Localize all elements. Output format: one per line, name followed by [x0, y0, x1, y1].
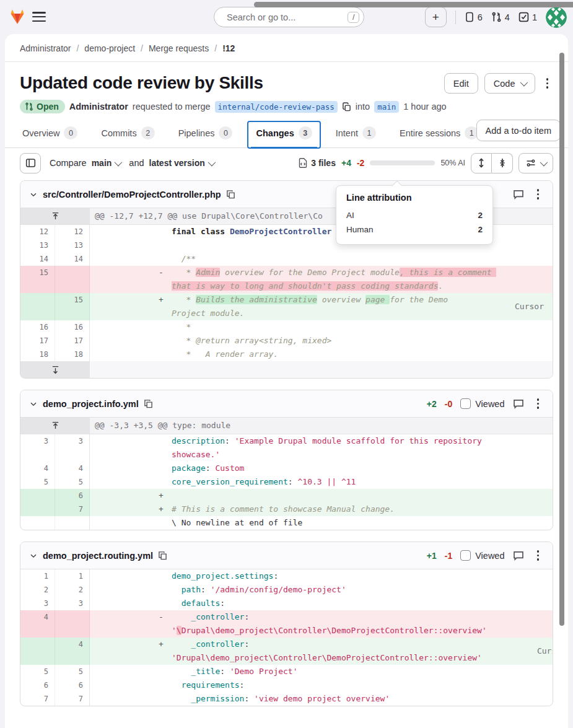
line-number-old[interactable]: 4 [20, 610, 55, 638]
line-number-old[interactable] [20, 489, 55, 502]
line-number-new[interactable]: 7 [55, 502, 90, 516]
breadcrumb-item[interactable]: !12 [222, 43, 235, 53]
line-number-new[interactable] [55, 610, 90, 638]
viewed-toggle[interactable]: Viewed [460, 398, 504, 409]
line-number-new[interactable]: 1 [55, 569, 90, 583]
line-number-old[interactable]: 17 [20, 334, 55, 348]
viewed-checkbox[interactable] [460, 398, 471, 409]
tab-pipelines[interactable]: Pipelines0 [176, 121, 235, 149]
head-version-dropdown[interactable]: latest version [149, 158, 214, 168]
comment-icon [513, 398, 524, 410]
line-number-new[interactable]: 4 [55, 638, 90, 665]
line-number-old[interactable]: 6 [20, 678, 55, 692]
line-number-new[interactable]: 6 [55, 678, 90, 692]
line-number-new[interactable]: 7 [55, 692, 90, 706]
file-comment-button[interactable] [513, 189, 524, 200]
file-options-kebab[interactable] [532, 393, 545, 414]
breadcrumb-item[interactable]: Administrator [20, 43, 71, 53]
line-number-new[interactable]: 16 [55, 320, 90, 334]
line-number-new[interactable]: 12 [55, 225, 90, 239]
file-name[interactable]: demo_project.info.yml [43, 399, 139, 409]
line-number-new[interactable]: 5 [55, 665, 90, 678]
diff-settings-dropdown[interactable] [518, 153, 553, 173]
code-dropdown-button[interactable]: Code [484, 73, 535, 94]
line-number-old[interactable]: 3 [20, 434, 55, 462]
line-number-old[interactable]: 2 [20, 583, 55, 597]
line-number-new[interactable]: 6 [55, 489, 90, 502]
line-number-old[interactable]: 1 [20, 569, 55, 583]
more-actions-kebab[interactable] [541, 73, 554, 94]
file-name[interactable]: src/Controller/DemoProjectController.php [43, 190, 221, 200]
tab-intent[interactable]: Intent1 [333, 121, 378, 149]
expand-all-files-button[interactable] [471, 153, 492, 173]
source-branch-chip[interactable]: internal/code-review-pass [215, 101, 338, 113]
line-number-new[interactable]: 3 [55, 434, 90, 462]
line-number-old[interactable] [20, 502, 55, 516]
add-todo-button[interactable]: Add a to-do item [476, 120, 561, 141]
expand-diff-button[interactable] [20, 361, 90, 378]
line-number-new[interactable]: 15 [55, 293, 90, 320]
viewed-checkbox[interactable] [460, 550, 471, 561]
line-number-old[interactable]: 5 [20, 475, 55, 489]
expand-diff-button[interactable] [20, 418, 90, 434]
line-number-old[interactable]: 15 [20, 266, 55, 293]
line-number-new[interactable]: 4 [55, 462, 90, 475]
expand-diff-button[interactable] [20, 208, 90, 224]
code-segment: _permission [191, 694, 244, 703]
target-branch-chip[interactable]: main [374, 101, 399, 113]
vertical-scrollbar[interactable] [559, 53, 564, 626]
file-name[interactable]: demo_project.routing.yml [43, 551, 153, 561]
tab-commits[interactable]: Commits2 [98, 121, 157, 149]
merge-request-open-icon [25, 102, 33, 111]
line-number-old[interactable]: 3 [20, 597, 55, 610]
line-number-new[interactable]: 13 [55, 239, 90, 252]
line-number-new[interactable]: 2 [55, 583, 90, 597]
gitlab-logo-icon[interactable] [9, 8, 26, 25]
line-number-old[interactable]: 18 [20, 348, 55, 361]
line-number-old[interactable] [20, 293, 55, 320]
tab-entire-sessions[interactable]: Entire sessions1 [397, 121, 481, 149]
line-number-old[interactable]: 13 [20, 239, 55, 252]
line-number-old[interactable]: 5 [20, 665, 55, 678]
file-options-kebab[interactable] [532, 545, 545, 566]
tab-changes[interactable]: Changes3 [247, 121, 320, 149]
base-version-dropdown[interactable]: main [92, 158, 121, 168]
breadcrumb-item[interactable]: demo-project [84, 43, 135, 53]
line-number-old[interactable]: 12 [20, 225, 55, 239]
line-number-new[interactable]: 14 [55, 252, 90, 266]
line-number-new[interactable]: 3 [55, 597, 90, 610]
file-options-kebab[interactable] [532, 184, 545, 204]
copy-branch-icon[interactable] [342, 102, 351, 112]
line-number-old[interactable]: 16 [20, 320, 55, 334]
breadcrumb-item[interactable]: Merge requests [149, 43, 209, 53]
line-number-old[interactable]: 7 [20, 692, 55, 706]
file-comment-button[interactable] [513, 398, 524, 410]
merge-requests-counter[interactable]: 4 [491, 12, 510, 22]
tab-label: Pipelines [178, 128, 215, 138]
line-number-old[interactable]: 4 [20, 462, 55, 475]
issues-counter[interactable]: 6 [465, 12, 483, 22]
user-avatar[interactable] [546, 7, 567, 28]
collapse-all-files-button[interactable] [492, 153, 513, 173]
author-name[interactable]: Administrator [69, 102, 128, 112]
horizontal-scrollbar[interactable] [254, 2, 573, 7]
line-number-new[interactable]: 18 [55, 348, 90, 361]
line-number-new[interactable] [55, 266, 90, 293]
line-number-old[interactable] [20, 638, 55, 665]
edit-button[interactable]: Edit [444, 73, 478, 94]
search-input[interactable] [227, 12, 343, 22]
create-new-button[interactable]: + [425, 7, 447, 27]
hamburger-menu-icon[interactable] [32, 11, 46, 23]
line-number-old[interactable]: 14 [20, 252, 55, 266]
tab-overview[interactable]: Overview0 [20, 121, 80, 149]
toggle-file-browser-button[interactable] [20, 153, 41, 173]
diff-line-content: + * Builds the administrative overview p… [90, 293, 553, 320]
file-comment-button[interactable] [513, 550, 524, 561]
line-number-new[interactable]: 5 [55, 475, 90, 489]
viewed-toggle[interactable]: Viewed [460, 550, 504, 561]
file-lines-added: +2 [427, 399, 437, 409]
ai-attribution-bar[interactable] [370, 160, 435, 165]
line-number-new[interactable]: 17 [55, 334, 90, 348]
todos-counter[interactable]: 1 [518, 12, 537, 22]
global-search[interactable]: / [214, 7, 364, 27]
